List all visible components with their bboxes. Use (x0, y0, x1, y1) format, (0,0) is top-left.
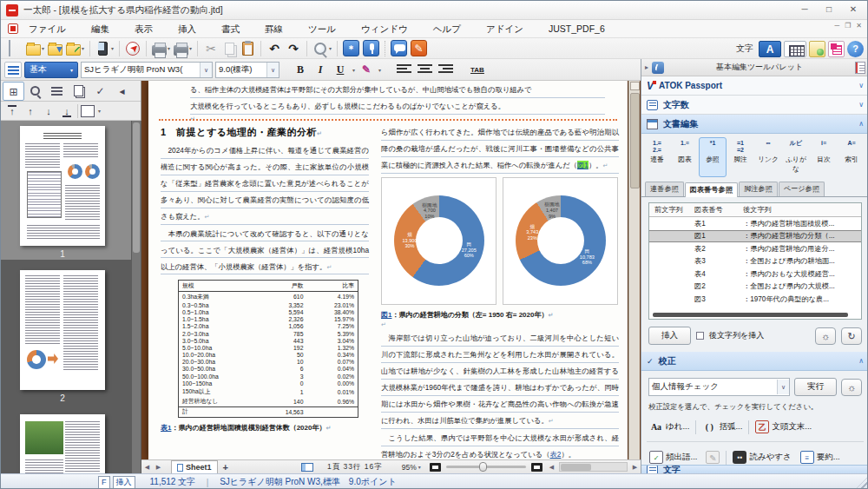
doc-tool-2[interactable]: *1参照 (699, 137, 727, 177)
sticky-note-button[interactable] (809, 41, 825, 57)
text-palette-button[interactable]: A (759, 41, 781, 57)
dropdown-caret[interactable]: ▾ (168, 45, 170, 51)
redo-button[interactable]: ↷ (284, 39, 303, 58)
page-style-button[interactable] (81, 105, 95, 117)
align-right-button[interactable] (438, 64, 453, 76)
proofread-type-select[interactable]: 個人情報チェック∨ (648, 378, 790, 396)
font-size-select[interactable]: 9.0(標準)∨ (215, 62, 279, 78)
print-button[interactable]: ▾ (150, 39, 172, 58)
voice-input-button[interactable] (361, 39, 381, 58)
menu-0[interactable]: ファイル (22, 20, 84, 37)
ref-row-表2[interactable]: 表2：県内の経営耕地の用途分... (649, 242, 861, 255)
figure1-ref-highlight[interactable]: 図1 (577, 161, 589, 169)
chevron-down-icon[interactable]: ∨ (200, 63, 212, 77)
after-string-checkbox[interactable] (696, 332, 704, 340)
proofread-gear-button[interactable]: ☼ (841, 379, 862, 396)
toolbar-menu-icon[interactable] (4, 62, 22, 78)
notebook-icon[interactable] (855, 62, 865, 74)
insert-mode-badge[interactable]: 挿入 (113, 476, 135, 489)
proofread-tool-2-0[interactable]: ✓頻出語... (647, 449, 700, 466)
section-doc-edit[interactable]: 文書編集 ∧ (641, 115, 868, 134)
dropdown-caret[interactable]: ▾ (42, 45, 44, 51)
view-switch-icon[interactable] (301, 463, 313, 472)
menu-8[interactable]: ヘルプ (426, 20, 479, 37)
ref-tab-3[interactable]: ページ参照 (779, 182, 825, 196)
zoom-out-icon[interactable] (430, 463, 441, 472)
zoom-slider-thumb[interactable] (479, 462, 487, 472)
sheet-tab[interactable]: Sheet1 (171, 460, 218, 473)
page-thumbnail-1[interactable] (20, 126, 105, 246)
grid-palette-button[interactable] (784, 41, 806, 57)
section-character-partial[interactable]: 文字 (641, 465, 868, 473)
doc-tool-6[interactable]: i≡目次 (810, 137, 838, 177)
zoom-dropdown[interactable]: ▾ (418, 464, 421, 470)
atok-sync-button[interactable] (389, 39, 409, 58)
highlight-pen-button[interactable]: ✎ (358, 62, 375, 78)
menu-5[interactable]: 罫線 (258, 20, 301, 37)
doc-tool-7[interactable]: A≡索引 (838, 137, 865, 177)
paste-button[interactable] (239, 39, 257, 58)
dropdown-caret[interactable]: ▾ (111, 45, 114, 51)
child-restore-button[interactable]: ❐ (845, 22, 851, 30)
mobile-view-button[interactable]: ▾ (94, 39, 115, 58)
table1-ref-link[interactable]: 表1 (161, 424, 171, 432)
menu-1[interactable]: 編集 (84, 20, 128, 37)
doc-tool-4[interactable]: ∞リンク (754, 137, 782, 177)
menu-3[interactable]: 挿入 (171, 20, 214, 37)
insert-button[interactable]: 挿入 (648, 327, 691, 345)
doc-tool-1[interactable]: 1.≡図表 (671, 137, 699, 177)
palette-collapse-icon[interactable]: ▸ (645, 63, 648, 71)
page-thumbnail-3[interactable] (20, 414, 105, 473)
run-check-button[interactable]: 実行 (794, 378, 837, 396)
page-thumbnail-2[interactable] (20, 270, 105, 390)
bold-button[interactable]: B (292, 62, 309, 78)
menu-9[interactable]: アドイン (479, 20, 542, 37)
proofread-tool-1-2[interactable]: 乙文頭文末... (753, 419, 814, 435)
zoom-level[interactable]: 95% (402, 463, 417, 472)
minimize-button[interactable]: ─ (792, 1, 817, 18)
print-settings-button[interactable]: ▾ (172, 39, 194, 58)
tab-pages[interactable] (68, 82, 89, 101)
section-atok-passport[interactable]: V ATOK Passport ∨ (641, 76, 868, 96)
new-document-button[interactable] (5, 39, 24, 58)
ref-tab-1[interactable]: 図表番号参照 (685, 182, 738, 197)
prev-page-button[interactable]: ↑ (23, 103, 38, 119)
save-as-button[interactable]: ▾ (64, 39, 86, 58)
save-button[interactable] (46, 39, 64, 58)
collapse-panel-button[interactable]: ◂ (111, 82, 133, 101)
justsystems-tools-button[interactable]: ＊ (341, 39, 361, 58)
doc-tool-5[interactable]: ルビふりがな (782, 137, 810, 177)
ref-row-図2[interactable]: 図2：全国および県内の大規模... (649, 281, 861, 294)
dropdown-caret[interactable]: ▾ (82, 45, 84, 51)
pen-dropdown[interactable]: ▾ (378, 67, 381, 73)
undo-button[interactable]: ↶ (265, 39, 284, 58)
zoom-in-icon[interactable] (531, 463, 542, 472)
proofread-tool-2-1[interactable]: ✎ (703, 449, 722, 466)
prev-sheet-button[interactable]: ◀ (141, 464, 153, 471)
style-select[interactable]: 基本▾ (24, 62, 78, 78)
menu-6[interactable]: ツール (301, 20, 354, 37)
layout-palette-button[interactable] (828, 41, 845, 57)
tab-check[interactable]: ✓ (89, 82, 111, 101)
document-page[interactable]: る、稲作主体の大規模経営体は平野部にその大部分が集中しているが、中山間地域でも独… (148, 81, 628, 459)
dropdown-caret[interactable]: ▾ (329, 45, 332, 51)
document-scrollbar[interactable] (628, 81, 640, 459)
last-page-button[interactable]: ↓ (59, 103, 75, 119)
figure1-ref-link[interactable]: 図1 (381, 311, 391, 319)
thumbnail-scrollbar[interactable] (132, 121, 141, 473)
italic-button[interactable]: I (312, 62, 329, 78)
align-center-button[interactable] (418, 64, 432, 76)
next-page-button[interactable]: ↓ (41, 103, 56, 119)
reference-table-scrollbar[interactable] (653, 313, 848, 317)
open-file-button[interactable]: ▾ (24, 39, 46, 58)
underline-dropdown[interactable]: ▾ (352, 67, 355, 73)
marker-pen-button[interactable]: ✎ (409, 39, 429, 58)
tab-outline[interactable] (46, 82, 68, 101)
menu-7[interactable]: ウィンドウ (354, 20, 426, 37)
section-proofread[interactable]: ✓ 校正 ∧ (641, 352, 868, 371)
menu-2[interactable]: 表示 (128, 20, 171, 37)
resize-grip[interactable] (856, 477, 868, 489)
just-menu-icon[interactable] (8, 23, 18, 34)
tab-search[interactable] (24, 82, 46, 101)
ref-row-表3[interactable]: 表3：全国および県内の耕地面... (649, 255, 861, 268)
